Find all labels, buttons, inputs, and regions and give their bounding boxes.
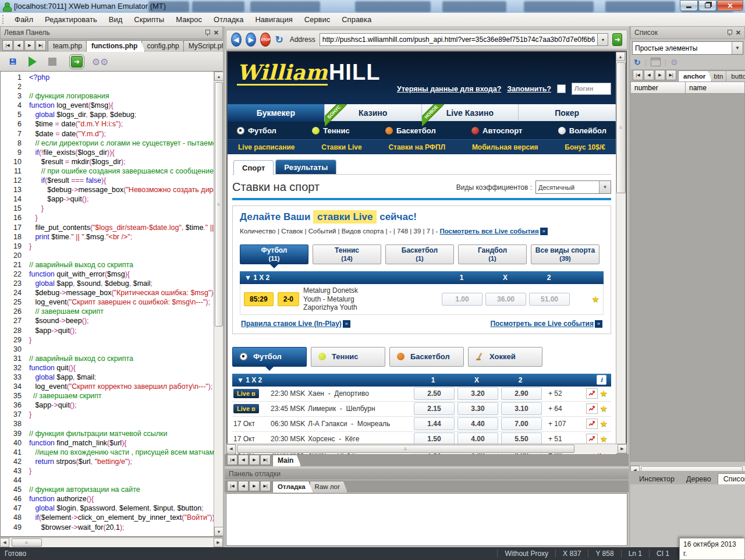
match-teams[interactable]: Хорсенс - Кёге <box>308 435 414 443</box>
code-line[interactable]: 22function quit_with_error($msg){ <box>1 270 214 279</box>
code-line[interactable]: 34 log_event("Скрипт корректно завершил … <box>1 382 214 391</box>
code-line[interactable]: 48 if($element->click_on_element_by_inne… <box>1 513 214 522</box>
scroll-down-icon[interactable]: ▼ <box>214 527 224 536</box>
odds-button[interactable]: 51.00 <box>529 293 570 306</box>
subnav-link[interactable]: Ставки Live <box>321 143 361 151</box>
debug-tab-Отладка[interactable]: Отладка <box>272 481 313 492</box>
tab-nav-first-icon[interactable]: |◀ <box>633 70 643 80</box>
scroll-up-icon[interactable]: ▲ <box>214 72 224 81</box>
odds-button[interactable]: 3.20 <box>457 387 498 400</box>
code-line[interactable]: 35 // завершаем скрипт <box>1 391 214 400</box>
tab-nav-first-icon[interactable]: |◀ <box>227 481 237 491</box>
scroll-left-icon[interactable]: ◀ <box>226 444 236 453</box>
code-line[interactable]: 12 if($result === false){ <box>1 176 214 185</box>
code-line[interactable]: 37} <box>1 410 214 419</box>
all-live-link2[interactable]: Посмотреть все Live события <box>490 320 594 328</box>
menu-item[interactable]: Файл <box>9 13 39 26</box>
menu-item[interactable]: Справка <box>336 13 377 26</box>
code-line[interactable]: 45// функция авторизации на сайте <box>1 485 214 494</box>
panel-tab-Список[interactable]: Список <box>718 473 745 484</box>
match-teams[interactable]: Л-А Гэлакси - Монреаль <box>308 420 414 428</box>
tab-nav-next-icon[interactable]: ▶ <box>249 481 260 491</box>
chart-icon[interactable] <box>586 388 598 399</box>
address-url[interactable]: http://pushsc1.williamhill.com/push_api.… <box>320 36 598 44</box>
code-line[interactable]: 14 $app->quit(); <box>1 194 214 204</box>
code-line[interactable]: 25 log_event("Скрипт завершен с ошибкой:… <box>1 297 214 307</box>
code-line[interactable]: 5 global $logs_dir, $app, $debug; <box>1 110 214 119</box>
coeff-select[interactable]: Десятичный ▼ <box>535 180 611 194</box>
match-teams[interactable]: Хаен - Депортиво <box>308 389 414 398</box>
menu-item[interactable]: Вид <box>103 13 129 26</box>
odds-button[interactable]: 3.10 <box>501 402 542 415</box>
filter-Футбол[interactable]: Футбол(11) <box>240 244 308 264</box>
code-line[interactable]: 26 // завершаем скрипт <box>1 307 214 316</box>
sports-nav-Автоспорт[interactable]: Автоспорт <box>471 126 522 135</box>
code-line[interactable]: 43} <box>1 466 214 476</box>
tab-nav-last-icon[interactable]: ▶| <box>666 70 676 80</box>
more-markets-link[interactable]: + 107 <box>545 420 581 428</box>
code-line[interactable]: 19} <box>1 242 214 251</box>
browser-vscroll-thumb[interactable]: ≡ <box>616 62 626 193</box>
code-line[interactable]: 17 file_put_contents("$logs_dir/steam-$d… <box>1 223 214 232</box>
site-logo[interactable]: William HILL <box>237 61 380 86</box>
menu-item[interactable]: Скрипты <box>128 13 170 26</box>
code-line[interactable]: 40function find_match_link($url){ <box>1 438 214 448</box>
filter-Теннис[interactable]: Теннис(14) <box>313 244 381 264</box>
more-markets-link[interactable]: + 51 <box>545 435 581 443</box>
menu-item[interactable]: Навигация <box>249 13 298 26</box>
subnav-link[interactable]: Бонус 10$/€ <box>565 143 605 151</box>
lost-data-link[interactable]: Утеряны данные для входа? <box>397 85 501 93</box>
code-line[interactable]: 2 <box>1 82 214 91</box>
tab-nav-next-icon[interactable]: ▶ <box>249 455 260 465</box>
star-icon[interactable]: ★ <box>600 434 608 444</box>
refresh-icon[interactable]: ↻ <box>275 34 283 46</box>
browser-vscrollbar[interactable]: ▲ ≡ ▼ <box>616 52 626 454</box>
forward-icon[interactable]: ▶ <box>246 33 256 47</box>
site-tab-Букмекер[interactable]: Букмекер <box>228 104 325 122</box>
minimize-button[interactable] <box>680 0 698 11</box>
scroll-up-icon[interactable]: ▲ <box>616 52 625 61</box>
star-icon[interactable]: ★ <box>600 388 608 399</box>
code-line[interactable]: 30 <box>1 345 214 354</box>
browser-tab-main[interactable]: Main <box>272 455 301 466</box>
back-icon[interactable]: ◀ <box>231 33 242 47</box>
odds-button[interactable]: 2.15 <box>414 402 455 415</box>
editor-hscrollbar[interactable]: ◀ ≡ ▶ <box>0 537 223 547</box>
column-number[interactable]: number <box>630 81 686 94</box>
odds-button[interactable]: 7.00 <box>501 417 542 430</box>
all-live-link[interactable]: Посмотреть все Live события <box>439 228 538 235</box>
subnav-link[interactable]: Ставки на РФПЛ <box>388 143 445 151</box>
sport-tab-Баскетбол[interactable]: Баскетбол <box>389 347 464 367</box>
step-run-icon[interactable]: ➜ <box>71 56 83 68</box>
star-icon[interactable]: ★ <box>600 403 608 414</box>
menu-item[interactable]: Отладка <box>208 13 249 26</box>
filter-Баскетбол[interactable]: Баскетбол(1) <box>385 244 454 264</box>
odds-button[interactable]: 36.00 <box>485 293 526 306</box>
debug-tab-Raw лог[interactable]: Raw лог <box>310 481 348 492</box>
address-dropdown-icon[interactable]: ▼ <box>597 34 608 45</box>
code-line[interactable]: 42 return strpos($url, "betting/e"); <box>1 457 214 466</box>
stop-icon[interactable] <box>47 56 58 68</box>
menu-item[interactable]: Макрос <box>170 13 208 26</box>
file-tab-functions.php[interactable]: functions.php <box>86 40 145 52</box>
sport-tab-Хоккей[interactable]: Хоккей <box>468 347 542 367</box>
column-name[interactable]: name <box>686 81 745 94</box>
more-markets-link[interactable]: + 64 <box>545 405 581 413</box>
tab-nav-first-icon[interactable]: |◀ <box>227 455 237 465</box>
code-line[interactable]: 3// функция логирования <box>1 91 214 101</box>
rules-link[interactable]: Правила ставок Live (In-Play) <box>241 320 342 328</box>
tab-nav-prev-icon[interactable]: ◀ <box>238 455 249 465</box>
elements-type-select[interactable]: Простые элементы ▼ <box>632 41 743 55</box>
code-line[interactable]: 20 <box>1 251 214 260</box>
save-icon[interactable]: 💾︎ <box>7 56 19 68</box>
panel-tab-Дерево[interactable]: Дерево <box>681 474 716 484</box>
file-tab-config.php[interactable]: config.php <box>141 40 186 52</box>
remember-link[interactable]: Запомнить? <box>507 85 551 93</box>
code-line[interactable]: 46function authorize(){ <box>1 494 214 504</box>
elements-list-body[interactable] <box>630 93 745 462</box>
close-icon[interactable]: ✕ <box>736 29 741 37</box>
code-line[interactable]: 10 $result = mkdir($logs_dir); <box>1 157 214 166</box>
tab-nav-next-icon[interactable]: ▶ <box>24 40 35 51</box>
editor-vscroll-thumb[interactable]: ≡ <box>215 82 223 327</box>
stop-icon[interactable]: STOP <box>260 33 271 47</box>
